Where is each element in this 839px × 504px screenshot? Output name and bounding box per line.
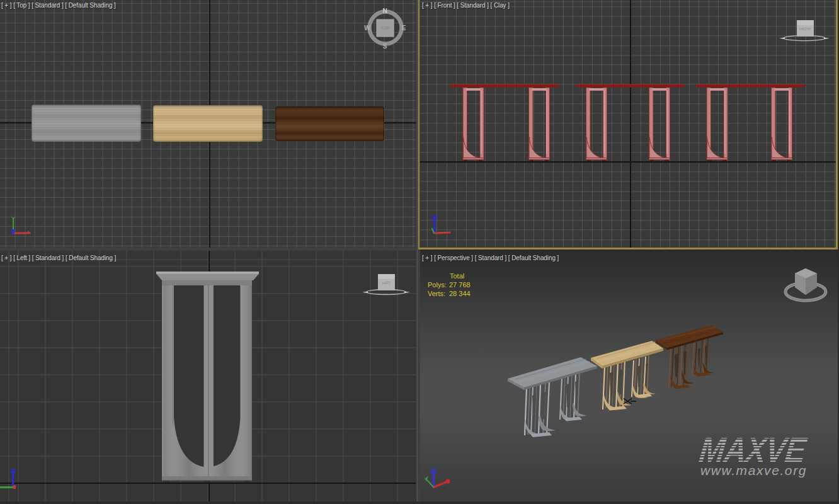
svg-text:W: W xyxy=(364,25,370,32)
svg-text:LEFT: LEFT xyxy=(382,281,391,285)
svg-text:S: S xyxy=(383,43,387,50)
svg-text:N: N xyxy=(382,8,387,14)
svg-text:FRONT: FRONT xyxy=(799,27,812,31)
svg-text:TOP: TOP xyxy=(381,26,389,30)
svg-text:E: E xyxy=(402,25,406,32)
